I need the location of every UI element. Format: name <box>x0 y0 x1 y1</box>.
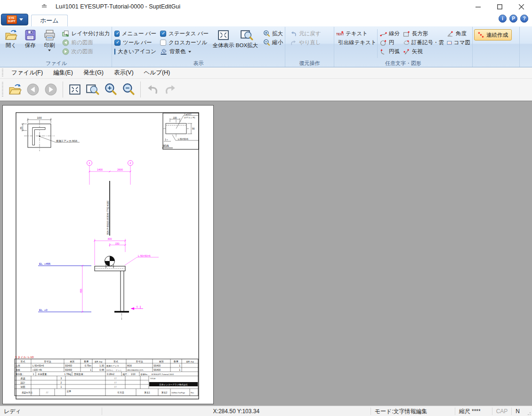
print-button[interactable]: 印刷 <box>40 27 59 51</box>
maximize-button[interactable] <box>489 0 510 13</box>
svg-text:スタイル: L-1D: スタイル: L-1D <box>15 356 34 359</box>
chevron-down-icon <box>48 49 51 51</box>
svg-text:形寸法: 形寸法 <box>44 360 51 363</box>
svg-text:Rev.: Rev. <box>191 392 194 394</box>
rectangle-button[interactable]: 長方形 <box>402 29 445 38</box>
arrow-view-button[interactable]: 矢視 <box>402 47 445 56</box>
toolbar-fit-view-button[interactable] <box>66 80 84 99</box>
svg-text:80A: 80A <box>163 144 169 148</box>
leader-text-button[interactable]: 引出線テキスト <box>335 38 376 47</box>
open-button[interactable]: 開く <box>1 27 21 49</box>
plan-view: 1 2 1400 2600 80A-P-B50(SUS304)-7752-415… <box>87 161 133 236</box>
tab-home[interactable]: ホーム <box>31 15 68 26</box>
svg-text:1.78kg: 1.78kg <box>64 373 72 375</box>
menubar-grip[interactable] <box>2 69 3 76</box>
arc-icon <box>380 49 387 55</box>
toolbar-separator <box>140 82 141 98</box>
svg-text:2: 2 <box>61 381 62 384</box>
svg-text:(Uボルト用): (Uボルト用) <box>184 116 195 119</box>
revision-cloud-button[interactable]: 訂番記号・雲 <box>402 38 445 47</box>
svg-text:L-50×50×6: L-50×50×6 <box>178 138 188 140</box>
fit-view-icon <box>217 29 230 41</box>
svg-text:底板: 底板 <box>16 368 20 371</box>
save-button[interactable]: 保存 <box>21 27 40 49</box>
svg-text:2: 2 <box>129 162 131 164</box>
svg-text:/ /: / / <box>114 386 117 388</box>
toolbar-forward-button[interactable] <box>42 80 60 99</box>
revision-cloud-label: 訂番記号・雲 <box>411 39 444 46</box>
svg-text:後施工アンカ: 後施工アンカ <box>106 365 119 367</box>
svg-text:製作数 :: 製作数 : <box>16 373 24 375</box>
large-icon-checkbox[interactable]: 大きいアイコン <box>113 47 158 56</box>
angle-button[interactable]: 角度 <box>445 29 472 38</box>
svg-text:TITLE: TITLE <box>150 377 156 380</box>
application-menu-button[interactable]: EYE SUPT <box>1 14 28 25</box>
bg-color-button[interactable]: 背景色 <box>158 47 212 56</box>
toolbar-zoom-in-button[interactable] <box>102 80 120 99</box>
svg-text:1400: 1400 <box>97 168 103 171</box>
eyesupt-logo-icon: EYE SUPT <box>7 15 17 24</box>
resize-grip-icon[interactable] <box>524 406 532 416</box>
svg-text:EYESUPT-Tutorial-1001: EYESUPT-Tutorial-1001 <box>152 373 174 375</box>
toolbar-zoom-out-button[interactable] <box>120 80 137 99</box>
zoom-in-button[interactable]: 拡大 <box>262 29 284 38</box>
undo-button[interactable]: 元に戻す <box>289 29 322 38</box>
menu-view[interactable]: 表示(V) <box>109 67 139 78</box>
svg-text:L-50×50×6: L-50×50×6 <box>32 364 44 367</box>
back-arrow-icon <box>26 83 40 96</box>
svg-text:6: 6 <box>137 306 138 308</box>
menu-bar-checkbox[interactable]: メニュー バー <box>113 29 158 38</box>
svg-text:本体重量 :: 本体重量 : <box>38 373 48 375</box>
svg-text:UBG-80A-M10×117L: UBG-80A-M10×117L <box>127 369 144 371</box>
drawing-canvas[interactable]: 100 25 後施工アンカ-M16 100 2-φ24穴 (Uボルト用) <box>0 101 532 406</box>
menu-help[interactable]: ヘルプ(H) <box>139 67 176 78</box>
drawing-page[interactable]: 100 25 後施工アンカ-M16 100 2-φ24穴 (Uボルト用) <box>2 105 214 404</box>
tool-bar-checkbox[interactable]: ツール バー <box>113 38 158 47</box>
svg-text:設計: 設計 <box>21 381 25 384</box>
arc-button[interactable]: 円弧 <box>379 47 402 56</box>
paint-bucket-icon <box>160 49 167 55</box>
redo-button[interactable]: やり直し <box>289 38 322 47</box>
leader-text-label: 引出線テキスト <box>338 39 377 46</box>
help-button[interactable]: ? <box>520 15 528 23</box>
toolbar-undo-button[interactable] <box>144 80 161 99</box>
circle-button[interactable]: 円 <box>379 38 402 47</box>
status-bar: レディ X:284.50 Y:103.34 モード:文字情報編集 縮尺 ****… <box>0 406 532 416</box>
svg-text:1/10: 1/10 <box>131 373 136 375</box>
toolbar-grip[interactable] <box>2 82 3 97</box>
minimize-button[interactable] <box>467 0 489 13</box>
svg-text:SS400: SS400 <box>65 368 72 371</box>
menu-file[interactable]: ファイル(F) <box>6 67 48 78</box>
svg-text:後施工アンカ-M16: 後施工アンカ-M16 <box>56 139 77 142</box>
cross-cursor-checkbox[interactable]: クロスカーソル <box>158 38 212 47</box>
svg-text:/ /: / / <box>114 382 117 384</box>
zoom-out-button[interactable]: 縮小 <box>262 38 284 47</box>
toolbar-open-button[interactable] <box>6 80 24 99</box>
koma-button[interactable]: コマ コマ図 <box>445 38 472 47</box>
close-button[interactable] <box>510 0 532 13</box>
menu-edit[interactable]: 編集(E) <box>48 67 78 78</box>
line-button[interactable]: 線分 <box>379 29 402 38</box>
continuous-create-button[interactable]: 連続作成 <box>474 29 512 41</box>
box-zoom-button[interactable]: BOX拡大 <box>235 27 259 49</box>
menu-generate[interactable]: 発生(G) <box>78 67 109 78</box>
info-button[interactable]: i <box>499 15 507 23</box>
prev-drawing-button[interactable]: 前の図面 <box>61 38 111 47</box>
toolbar-redo-button[interactable] <box>161 80 179 99</box>
ribbon-group-shapes: TEXT テキスト 引出線テキスト 線分 円 <box>334 27 473 67</box>
checkbox-unchecked-icon <box>160 40 166 46</box>
checkbox-checked-icon <box>114 49 115 55</box>
toolbar-box-zoom-button[interactable] <box>84 80 102 99</box>
toolbar-back-button[interactable] <box>24 80 42 99</box>
p-button[interactable]: P <box>509 15 517 23</box>
circle-icon <box>380 40 387 46</box>
line-segment-icon <box>380 31 387 37</box>
text-button[interactable]: TEXT テキスト <box>335 29 376 38</box>
next-drawing-button[interactable]: 次の図面 <box>61 47 111 56</box>
svg-text:製図: 製図 <box>21 385 25 389</box>
status-bar-checkbox[interactable]: ステータス バー <box>158 29 212 38</box>
svg-text:0.75m: 0.75m <box>85 364 91 367</box>
svg-text:記事: 記事 <box>67 390 72 393</box>
layer-output-button[interactable]: レイヤ分け出力 <box>61 29 111 38</box>
fit-view-button[interactable]: 全体表示 <box>212 27 235 49</box>
